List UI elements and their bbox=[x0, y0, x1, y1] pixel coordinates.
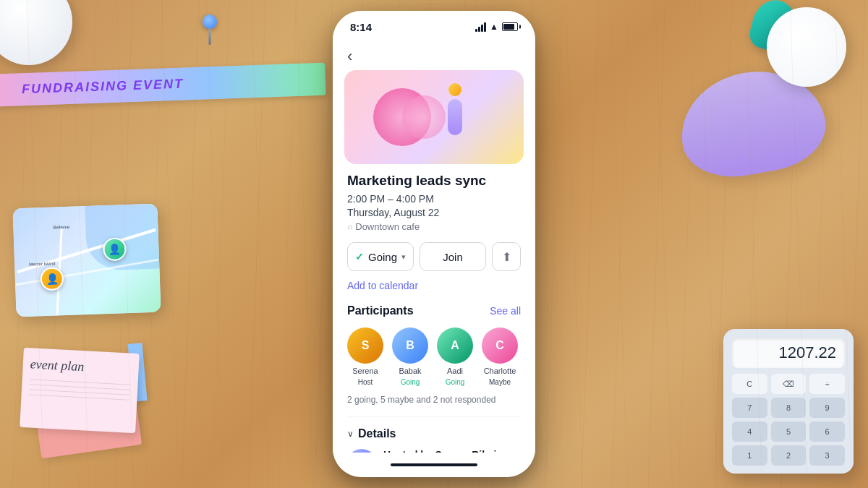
participant-name-charlotte: Charlotte bbox=[484, 367, 516, 375]
white-bowl-decoration bbox=[0, 0, 72, 65]
phone-body: 8:14 ▲ ‹ bbox=[333, 11, 535, 477]
details-title: Details bbox=[358, 427, 396, 440]
join-button[interactable]: Join bbox=[420, 242, 486, 271]
calc-btn-divide: ÷ bbox=[809, 374, 845, 394]
pushpin-decoration bbox=[203, 14, 217, 29]
map-label: Mercer Island bbox=[29, 262, 56, 267]
event-time: 2:00 PM – 4:00 PM bbox=[347, 193, 521, 205]
phone-mockup: 8:14 ▲ ‹ bbox=[333, 11, 535, 477]
hero-figure bbox=[430, 77, 480, 150]
going-label: Going bbox=[368, 251, 397, 263]
calc-btn-6: 6 bbox=[809, 421, 845, 442]
rsvp-summary: 2 going, 5 maybe and 2 not responded bbox=[347, 395, 521, 405]
fundraising-ribbon: FUNDRAISING EVENT bbox=[0, 63, 326, 108]
participant-status-charlotte: Maybe bbox=[489, 378, 511, 386]
going-dropdown-icon: ▾ bbox=[401, 252, 406, 262]
map-water bbox=[85, 204, 159, 271]
participant-charlotte: C Charlotte Maybe bbox=[482, 328, 518, 386]
participant-aadi: A Aadi Going bbox=[437, 328, 473, 386]
event-details-section: Marketing leads sync 2:00 PM – 4:00 PM T… bbox=[333, 173, 535, 453]
pink-paper bbox=[32, 373, 142, 459]
note-text: event plan bbox=[30, 355, 132, 378]
home-indicator[interactable] bbox=[333, 453, 535, 477]
calc-btn-back: ⌫ bbox=[771, 374, 807, 394]
participants-title: Participants bbox=[347, 304, 414, 317]
calculator-buttons: C ⌫ ÷ 7 8 9 4 5 6 1 2 3 bbox=[732, 374, 845, 466]
map-card: Bellevue Mercer Island 👤 👤 bbox=[12, 204, 161, 317]
calculator: 1207.22 C ⌫ ÷ 7 8 9 4 5 6 1 2 3 bbox=[723, 329, 854, 474]
calc-btn-9: 9 bbox=[809, 398, 845, 418]
participant-serena: S Serena Host bbox=[347, 328, 383, 386]
white-plate-decoration bbox=[767, 7, 846, 87]
status-bar: 8:14 ▲ bbox=[333, 11, 535, 43]
battery-icon bbox=[502, 22, 518, 31]
map-road bbox=[17, 228, 156, 273]
participants-row: S Serena Host B Babak Going bbox=[347, 328, 521, 386]
purple-ribbon-decoration bbox=[672, 61, 832, 186]
details-header: ∨ Details bbox=[347, 427, 521, 440]
calc-btn-8: 8 bbox=[771, 398, 807, 418]
event-hero-image bbox=[344, 70, 524, 164]
note-lines bbox=[28, 380, 130, 405]
participant-name-serena: Serena bbox=[352, 367, 378, 375]
map-inner: Bellevue Mercer Island 👤 👤 bbox=[12, 204, 161, 317]
avatar-babak: B bbox=[392, 328, 428, 364]
participant-status-serena: Host bbox=[358, 378, 373, 386]
avatar-aadi: A bbox=[437, 328, 473, 364]
join-label: Join bbox=[443, 251, 463, 263]
status-time: 8:14 bbox=[350, 21, 372, 33]
details-section: ∨ Details S Hosted by Serena Ribeiro in … bbox=[347, 416, 521, 453]
map-road bbox=[56, 228, 62, 315]
calc-btn-3: 3 bbox=[809, 445, 845, 466]
ribbon-text: FUNDRAISING EVENT bbox=[22, 76, 184, 97]
share-button[interactable]: ⬆ bbox=[492, 242, 521, 271]
participant-name-aadi: Aadi bbox=[447, 367, 463, 375]
location-icon: ○ bbox=[347, 222, 352, 232]
calc-btn-2: 2 bbox=[771, 445, 807, 466]
wifi-icon: ▲ bbox=[490, 22, 498, 32]
location-text: Downtown cafe bbox=[355, 221, 420, 232]
teal-decoration bbox=[746, 0, 801, 56]
calc-btn-7: 7 bbox=[732, 398, 767, 418]
signal-icon bbox=[475, 22, 486, 32]
event-date: Thursday, August 22 bbox=[347, 207, 521, 218]
status-icons: ▲ bbox=[475, 22, 518, 32]
share-icon: ⬆ bbox=[502, 250, 511, 264]
participant-name-babak: Babak bbox=[399, 367, 421, 375]
calc-btn-c: C bbox=[732, 374, 767, 394]
event-plan-note: event plan bbox=[20, 348, 140, 433]
going-button[interactable]: ✓ Going ▾ bbox=[347, 242, 414, 271]
map-avatar-pin-2: 👤 bbox=[103, 237, 127, 261]
calc-btn-5: 5 bbox=[771, 421, 807, 442]
participants-see-all-link[interactable]: See all bbox=[490, 305, 521, 317]
home-bar bbox=[391, 463, 477, 466]
avatar-charlotte: C bbox=[482, 328, 518, 364]
participant-status-aadi: Going bbox=[446, 378, 465, 386]
map-road bbox=[16, 259, 158, 286]
back-chevron-icon: ‹ bbox=[347, 48, 352, 64]
event-title: Marketing leads sync bbox=[347, 173, 521, 189]
map-label: Bellevue bbox=[53, 225, 69, 230]
calc-btn-1: 1 bbox=[732, 445, 767, 466]
participants-header: Participants See all bbox=[347, 304, 521, 317]
avatar-serena: S bbox=[347, 328, 383, 364]
map-avatar-pin-1: 👤 bbox=[40, 267, 64, 291]
going-check-icon: ✓ bbox=[355, 251, 364, 262]
participant-babak: B Babak Going bbox=[392, 328, 428, 386]
rsvp-row: ✓ Going ▾ Join ⬆ bbox=[347, 242, 521, 271]
calculator-display: 1207.22 bbox=[732, 338, 845, 368]
details-chevron-icon: ∨ bbox=[347, 429, 354, 439]
back-button[interactable]: ‹ bbox=[333, 43, 535, 70]
blue-sticky-note bbox=[128, 343, 148, 401]
calc-btn-4: 4 bbox=[732, 421, 767, 442]
event-location: ○ Downtown cafe bbox=[347, 221, 521, 232]
participant-status-babak: Going bbox=[401, 378, 420, 386]
phone-content[interactable]: ‹ Marketing leads sync 2:00 PM – 4:00 PM… bbox=[333, 43, 535, 453]
add-to-calendar-link[interactable]: Add to calendar bbox=[347, 280, 521, 291]
